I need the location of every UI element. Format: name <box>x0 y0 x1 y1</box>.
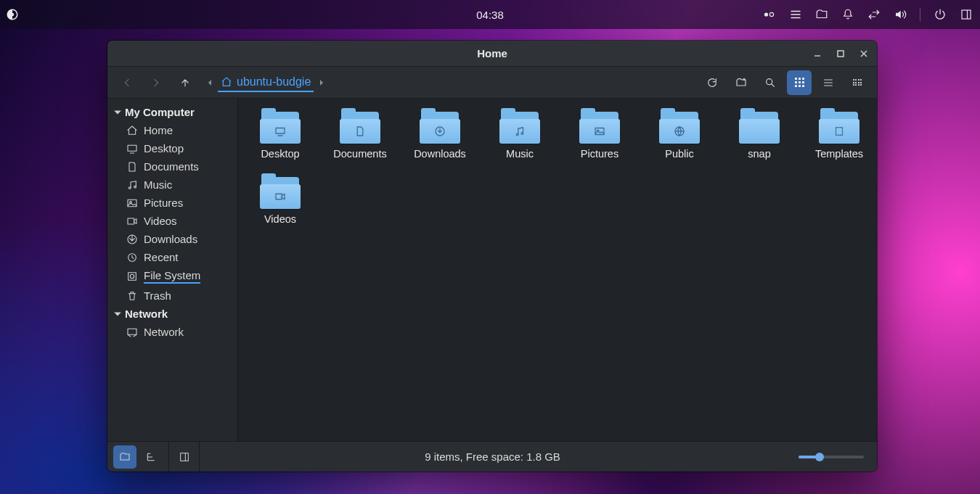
sidebar-item-trash[interactable]: Trash <box>107 287 237 305</box>
sidebar-section-network[interactable]: Network <box>107 305 237 323</box>
window-title: Home <box>477 47 507 59</box>
folder-desktop[interactable]: Desktop <box>254 112 306 160</box>
svg-rect-12 <box>128 218 134 224</box>
svg-rect-22 <box>595 128 604 135</box>
list-view-button[interactable] <box>816 70 841 95</box>
breadcrumb-next-icon[interactable] <box>318 79 325 86</box>
folder-music[interactable]: Music <box>494 112 546 160</box>
folder-videos[interactable]: Videos <box>254 177 306 225</box>
network-tray-icon[interactable] <box>867 8 881 21</box>
section-label: Network <box>125 308 168 320</box>
svg-point-21 <box>521 133 523 135</box>
up-button[interactable] <box>173 70 197 95</box>
svg-point-1 <box>11 13 15 17</box>
svg-rect-25 <box>836 128 843 136</box>
folder-public[interactable]: Public <box>653 112 706 160</box>
breadcrumb-home[interactable]: ubuntu-budgie <box>218 73 314 92</box>
folder-icon <box>260 112 301 144</box>
close-button[interactable] <box>855 45 873 62</box>
svg-point-9 <box>134 186 136 188</box>
folder-icon <box>579 112 620 144</box>
folder-icon <box>499 112 540 144</box>
breadcrumb-label: ubuntu-budgie <box>237 75 311 88</box>
sidebar-section-computer[interactable]: My Computer <box>107 103 237 121</box>
status-close-sidebar-button[interactable] <box>169 442 200 472</box>
status-places-button[interactable] <box>113 445 136 469</box>
folder-icon <box>420 112 460 144</box>
folder-snap[interactable]: snap <box>733 112 785 160</box>
raven-trigger-icon[interactable] <box>960 8 973 21</box>
svg-rect-26 <box>276 194 282 199</box>
forward-button[interactable] <box>144 70 168 95</box>
file-manager-window: Home ubuntu-budgie <box>107 41 877 472</box>
svg-rect-7 <box>128 145 136 151</box>
window-body: My Computer Home Desktop Documents Music… <box>107 99 877 441</box>
titlebar[interactable]: Home <box>107 41 877 67</box>
new-folder-button[interactable] <box>729 70 754 95</box>
workspace-indicator-icon[interactable] <box>763 8 776 21</box>
folder-templates[interactable]: Templates <box>813 112 865 160</box>
svg-point-3 <box>769 12 773 16</box>
sidebar-item-documents[interactable]: Documents <box>107 157 237 176</box>
svg-rect-10 <box>128 199 136 206</box>
section-label: My Computer <box>125 106 195 118</box>
budgie-menu-icon[interactable] <box>6 8 19 21</box>
svg-point-20 <box>516 133 518 136</box>
icon-view-button[interactable] <box>787 70 812 95</box>
svg-rect-5 <box>838 51 844 57</box>
svg-rect-18 <box>276 128 285 134</box>
svg-rect-4 <box>962 10 971 19</box>
back-button[interactable] <box>115 70 139 95</box>
compact-view-button[interactable] <box>845 70 870 95</box>
sidebar-item-network[interactable]: Network <box>107 323 237 341</box>
breadcrumb-prev-icon[interactable] <box>206 79 213 86</box>
statusbar: 9 items, Free space: 1.8 GB <box>107 441 877 472</box>
top-panel: 04:38 <box>0 0 980 29</box>
panel-menu-icon[interactable] <box>789 8 802 21</box>
sidebar-item-videos[interactable]: Videos <box>107 212 237 230</box>
svg-rect-15 <box>128 273 136 281</box>
svg-rect-27 <box>180 453 188 461</box>
zoom-slider[interactable] <box>799 456 864 458</box>
sidebar-item-recent[interactable]: Recent <box>107 248 237 266</box>
sidebar-item-filesystem[interactable]: File System <box>107 266 237 287</box>
sidebar-item-music[interactable]: Music <box>107 176 237 194</box>
svg-point-2 <box>764 12 768 16</box>
folder-icon <box>739 112 780 144</box>
folder-icon <box>260 177 301 209</box>
sidebar-item-desktop[interactable]: Desktop <box>107 139 237 157</box>
folder-downloads[interactable]: Downloads <box>414 112 466 160</box>
svg-point-8 <box>128 186 131 189</box>
status-text: 9 items, Free space: 1.8 GB <box>200 450 785 463</box>
toolbar: ubuntu-budgie <box>107 67 877 99</box>
refresh-button[interactable] <box>700 70 724 95</box>
minimize-button[interactable] <box>809 45 826 62</box>
power-icon[interactable] <box>934 8 947 21</box>
svg-point-16 <box>130 274 134 278</box>
folder-icon <box>819 112 859 144</box>
svg-rect-17 <box>128 329 136 334</box>
folder-icon <box>659 112 700 144</box>
sidebar: My Computer Home Desktop Documents Music… <box>107 99 238 441</box>
status-tree-button[interactable] <box>139 445 163 469</box>
clock[interactable]: 04:38 <box>476 9 504 21</box>
files-tray-icon[interactable] <box>815 8 828 21</box>
folder-pictures[interactable]: Pictures <box>573 112 626 160</box>
sidebar-item-downloads[interactable]: Downloads <box>107 230 237 248</box>
panel-separator <box>920 8 920 21</box>
search-button[interactable] <box>758 70 783 95</box>
notifications-icon[interactable] <box>841 8 854 21</box>
maximize-button[interactable] <box>832 45 849 62</box>
folder-icon <box>340 112 380 144</box>
volume-icon[interactable] <box>894 8 907 21</box>
svg-point-6 <box>767 78 772 84</box>
sidebar-item-pictures[interactable]: Pictures <box>107 194 237 212</box>
folder-grid[interactable]: Desktop Documents Downloads Music Pictur… <box>238 99 877 441</box>
folder-documents[interactable]: Documents <box>334 112 386 160</box>
sidebar-item-home[interactable]: Home <box>107 121 237 139</box>
